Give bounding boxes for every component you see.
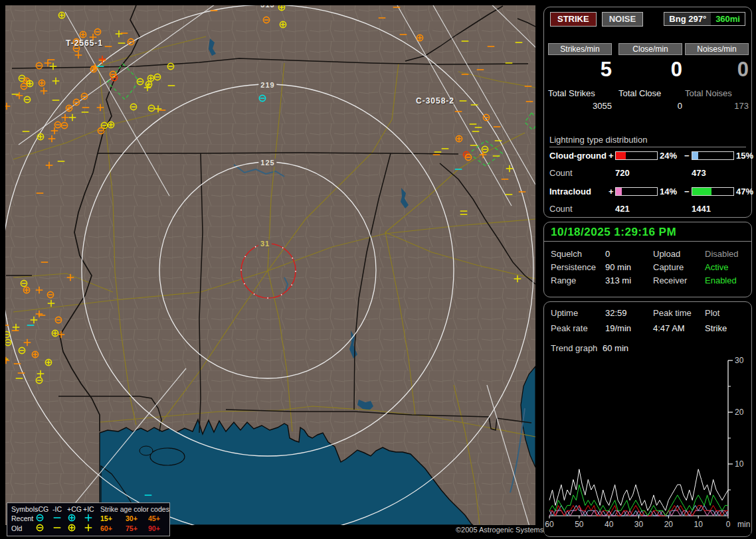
bearing-value: Bng 297° [664, 13, 711, 25]
legend-cm-icon [35, 513, 45, 522]
storm-cell-label: T-2565-1 [66, 38, 103, 48]
age-code-90: 90+ [148, 524, 160, 532]
total-noises-value: 173 [685, 101, 749, 111]
receiver-label: Receiver [653, 275, 687, 285]
capture-status: Active [705, 262, 728, 272]
legend-col-pic: +IC [83, 505, 94, 513]
ic-plus-bar [615, 187, 658, 196]
noises-per-min-value: 0 [685, 58, 756, 82]
legend-m-icon [52, 523, 62, 532]
total-noises-label: Total Noises [685, 88, 749, 98]
strikes-per-min-label: Strikes/min [548, 43, 612, 55]
minus-sign: − [684, 187, 690, 196]
total-close-label: Total Close [618, 88, 682, 98]
stormvue-window: 31321912531T-2565-1C-3058-2 Symbols -CG … [0, 0, 756, 539]
storm-cell-label: C-3058-2 [416, 96, 454, 106]
noise-button[interactable]: NOISE [602, 12, 643, 27]
cg-plus-count: 720 [615, 168, 630, 178]
legend-cm-icon [35, 523, 45, 532]
strike-symbol [145, 81, 151, 87]
age-code-30: 30+ [126, 514, 138, 522]
persistence-label: Persistence [551, 262, 596, 272]
upload-label: Upload [653, 249, 680, 259]
svg-text:30: 30 [735, 356, 744, 365]
cg-minus-pct: 15% [736, 151, 753, 161]
peak-time-label: Peak time [653, 308, 692, 318]
strike-symbol [66, 105, 72, 111]
ic-plus-pct: 14% [660, 187, 677, 196]
trend-graph: 1020306050403020100min [545, 356, 751, 534]
svg-text:min: min [737, 520, 750, 529]
uptime-label: Uptime [551, 308, 578, 318]
legend-col-ncg: -CG [36, 505, 48, 513]
legend-row-old-label: Old [11, 524, 22, 532]
cloud-ground-label: Cloud-ground [549, 151, 611, 161]
strike-symbol [23, 287, 29, 293]
uptime-value: 32:59 [605, 308, 627, 318]
date-time-display: 10/18/2025 1:29:16 PM [551, 226, 676, 239]
legend-symbols-header: Symbols [11, 505, 38, 513]
copyright-text: ©2005 Astrogenic Systems [456, 526, 543, 534]
plot-label[interactable]: Plot [705, 308, 719, 318]
distribution-title: Lightning type distribution [549, 135, 746, 147]
total-strikes-value: 3055 [548, 101, 612, 111]
capture-label: Capture [653, 262, 684, 272]
range-ring-label: 125 [258, 159, 276, 167]
total-close-value: 0 [618, 101, 682, 111]
count-label: Count [549, 168, 573, 178]
strike-symbol [39, 80, 45, 86]
strike-symbol [80, 31, 86, 37]
svg-text:20: 20 [664, 520, 674, 529]
svg-text:50: 50 [575, 520, 584, 529]
range-ring-label: 219 [258, 81, 276, 89]
map-viewport[interactable]: 31321912531T-2565-1C-3058-2 [5, 5, 535, 525]
strike-button[interactable]: STRIKE [550, 12, 597, 27]
range-setting-value: 313 mi [605, 275, 631, 285]
close-per-min-value: 0 [618, 58, 690, 82]
legend-p-icon [84, 523, 93, 532]
range-value: 360mi [711, 13, 745, 25]
age-code-60: 60+ [100, 524, 112, 532]
receiver-status: Enabled [705, 275, 737, 285]
peak-rate-label: Peak rate [551, 323, 588, 333]
range-label: Range [551, 275, 576, 285]
svg-text:10: 10 [694, 520, 703, 529]
symbol-legend: Symbols -CG -IC +CG +IC Strike age color… [7, 502, 170, 536]
legend-p-icon [84, 513, 93, 522]
legend-m-icon [52, 513, 62, 522]
age-code-75: 75+ [126, 524, 138, 532]
cg-minus-bar [692, 151, 734, 160]
close-per-min-label: Close/min [618, 43, 682, 55]
range-ring-label: 31 [258, 240, 272, 248]
persistence-value: 90 min [605, 262, 631, 272]
intracloud-label: Intracloud [549, 187, 611, 196]
strike-symbol [27, 80, 33, 86]
strike-symbol [417, 35, 423, 40]
svg-text:40: 40 [605, 520, 614, 529]
ic-minus-pct: 47% [736, 187, 753, 196]
strike-symbol [280, 21, 286, 27]
total-strikes-label: Total Strikes [548, 88, 612, 98]
cg-plus-bar [615, 151, 658, 160]
trend-graph-label: Trend graph [551, 343, 597, 353]
minus-sign: − [684, 151, 690, 161]
range-ring-label: 313 [258, 5, 276, 9]
peak-time-value: 4:47 AM [653, 323, 685, 333]
cg-minus-count: 473 [692, 168, 706, 178]
bearing-range-badge: Bng 297°360mi [664, 12, 745, 26]
legend-cp-icon [67, 523, 76, 532]
strike-symbol [58, 12, 64, 18]
status-box: 10/18/2025 1:29:16 PM Squelch 0 Upload D… [543, 222, 752, 297]
ic-minus-count: 1441 [692, 204, 711, 214]
trend-box: Uptime 32:59 Peak time Plot Peak rate 19… [543, 301, 752, 537]
svg-text:0: 0 [726, 520, 731, 529]
strike-symbol [108, 121, 114, 127]
ic-minus-bar [692, 187, 734, 196]
ic-plus-count: 421 [615, 204, 630, 214]
svg-text:30: 30 [634, 520, 644, 529]
plus-sign: + [609, 151, 614, 161]
svg-text:10: 10 [735, 459, 744, 469]
strike-symbol [37, 133, 43, 139]
plot-mode-value[interactable]: Strike [705, 323, 727, 333]
age-code-15: 15+ [100, 514, 112, 522]
